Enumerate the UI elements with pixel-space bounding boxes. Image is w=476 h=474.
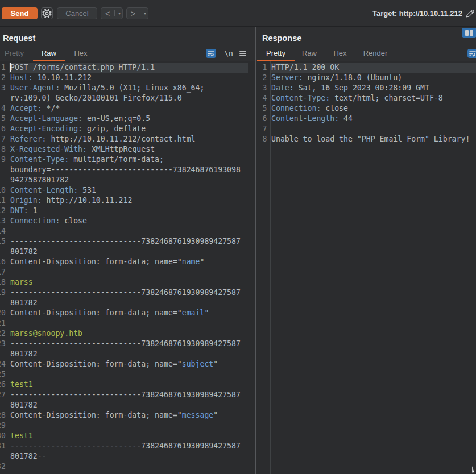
code-line[interactable]: 8X-Requested-With: XMLHttpRequest xyxy=(0,144,255,155)
line-number: 30 xyxy=(0,431,9,441)
line-content: marss@snoopy.htb xyxy=(9,329,82,339)
line-number xyxy=(0,165,9,175)
code-line[interactable]: 10Content-Length: 531 xyxy=(0,185,255,196)
line-number: 25 xyxy=(0,369,9,380)
code-line[interactable]: 27-----------------------------738246876… xyxy=(0,390,255,400)
line-content: Connection: close xyxy=(270,103,348,114)
code-line[interactable]: rv:109.0) Gecko/20100101 Firefox/115.0 xyxy=(0,93,255,103)
previous-request-button[interactable]: < ▾ xyxy=(101,7,123,19)
word-wrap-icon[interactable] xyxy=(206,49,216,58)
code-line[interactable]: 20Content-Disposition: form-data; name="… xyxy=(0,308,255,318)
code-line[interactable]: 29 xyxy=(0,421,255,431)
code-line[interactable]: 25 xyxy=(0,369,255,380)
code-line[interactable]: 14 xyxy=(0,226,255,236)
code-line[interactable]: 28Content-Disposition: form-data; name="… xyxy=(0,410,255,421)
code-line[interactable]: 26test1 xyxy=(0,380,255,390)
prev-dropdown-arrow-icon[interactable]: ▾ xyxy=(116,8,123,19)
line-number: 19 xyxy=(0,288,9,298)
layout-columns-icon[interactable] xyxy=(462,28,476,38)
line-number: 4 xyxy=(0,103,9,114)
code-line[interactable]: 2Host: 10.10.11.212 xyxy=(0,73,255,83)
line-number: 26 xyxy=(0,380,9,390)
tab-raw[interactable]: Raw xyxy=(33,47,65,61)
cancel-button[interactable]: Cancel xyxy=(57,7,97,19)
show-newlines-toggle[interactable]: \n xyxy=(223,49,234,58)
code-line[interactable]: 9Content-Type: multipart/form-data; xyxy=(0,155,255,165)
request-settings-button[interactable] xyxy=(41,7,53,19)
code-line[interactable]: 6Content-Length: 44 xyxy=(256,114,476,124)
code-line[interactable]: 801782 xyxy=(0,349,255,359)
code-line[interactable]: 7 xyxy=(256,124,476,134)
code-line[interactable]: 9427587801782 xyxy=(0,175,255,185)
code-line[interactable]: 8Unable to load the "PHP Email Form" Lib… xyxy=(256,134,476,144)
line-content: 801782 xyxy=(9,400,38,410)
toolbar: Send Cancel < ▾ > ▾ Target: http://10.10… xyxy=(0,0,476,27)
tab-hex[interactable]: Hex xyxy=(324,47,356,61)
code-line[interactable]: 3Date: Sat, 16 Sep 2023 00:28:09 GMT xyxy=(256,83,476,93)
code-line[interactable]: 7Referer: http://10.10.11.212/contact.ht… xyxy=(0,134,255,144)
line-number: 22 xyxy=(0,329,9,339)
line-content: -----------------------------73824687619… xyxy=(9,339,241,349)
code-line[interactable]: boundary=---------------------------7382… xyxy=(0,165,255,175)
send-button[interactable]: Send xyxy=(2,7,38,19)
code-line[interactable]: 4Accept: */* xyxy=(0,103,255,114)
code-line[interactable]: 1POST /forms/contact.php HTTP/1.1 xyxy=(0,63,255,73)
line-number: 32 xyxy=(0,461,9,472)
line-content: 801782-- xyxy=(9,451,47,461)
line-content xyxy=(270,124,272,134)
response-tabs: PrettyRawHexRender xyxy=(257,47,395,61)
code-line[interactable]: 801782 xyxy=(0,247,255,257)
code-line[interactable]: 12DNT: 1 xyxy=(0,206,255,216)
tab-hex[interactable]: Hex xyxy=(69,47,92,61)
code-line[interactable]: 32 xyxy=(0,461,255,472)
line-content: Unable to load the "PHP Email Form" Libr… xyxy=(270,134,470,144)
code-line[interactable]: 22marss@snoopy.htb xyxy=(0,329,255,339)
code-line[interactable]: 16Content-Disposition: form-data; name="… xyxy=(0,257,255,267)
code-line[interactable]: 19-----------------------------738246876… xyxy=(0,288,255,298)
code-line[interactable]: 18marss xyxy=(0,277,255,288)
response-panel-title: Response xyxy=(262,33,301,43)
edit-target-icon[interactable] xyxy=(466,9,474,18)
code-line[interactable]: 23-----------------------------738246876… xyxy=(0,339,255,349)
code-line[interactable]: 801782-- xyxy=(0,451,255,461)
code-line[interactable]: 3User-Agent: Mozilla/5.0 (X11; Linux x86… xyxy=(0,83,255,93)
line-number: 29 xyxy=(0,421,9,431)
line-content: HTTP/1.1 200 OK xyxy=(270,63,340,73)
word-wrap-icon[interactable] xyxy=(467,49,476,58)
code-line[interactable]: 30test1 xyxy=(0,431,255,441)
request-panel-title: Request xyxy=(3,33,35,43)
line-content: Server: nginx/1.18.0 (Ubuntu) xyxy=(270,73,403,83)
code-line[interactable]: 24Content-Disposition: form-data; name="… xyxy=(0,359,255,369)
line-content: Content-Length: 531 xyxy=(9,185,96,196)
code-line[interactable]: 13Connection: close xyxy=(0,216,255,226)
code-line[interactable]: 5Connection: close xyxy=(256,103,476,114)
code-line[interactable]: 801782 xyxy=(0,298,255,308)
code-line[interactable]: 31-----------------------------738246876… xyxy=(0,441,255,451)
response-editor[interactable]: 1HTTP/1.1 200 OK2Server: nginx/1.18.0 (U… xyxy=(256,61,476,474)
editor-menu-icon[interactable] xyxy=(239,51,246,56)
line-number: 23 xyxy=(0,339,9,349)
line-content: Accept-Language: en-US,en;q=0.5 xyxy=(9,114,150,124)
line-number: 17 xyxy=(0,267,9,277)
code-line[interactable]: 21 xyxy=(0,318,255,329)
line-number: 4 xyxy=(256,93,270,103)
line-content: POST /forms/contact.php HTTP/1.1 xyxy=(9,63,155,73)
line-content: Accept: */* xyxy=(9,103,60,114)
request-editor[interactable]: 1POST /forms/contact.php HTTP/1.12Host: … xyxy=(0,61,255,474)
tab-pretty[interactable]: Pretty xyxy=(0,47,28,61)
next-request-button[interactable]: > ▾ xyxy=(126,7,148,19)
code-line[interactable]: 4Content-Type: text/html; charset=UTF-8 xyxy=(256,93,476,103)
tab-pretty[interactable]: Pretty xyxy=(257,47,295,61)
code-line[interactable]: 2Server: nginx/1.18.0 (Ubuntu) xyxy=(256,73,476,83)
code-line[interactable]: 1HTTP/1.1 200 OK xyxy=(256,63,476,73)
code-line[interactable]: 6Accept-Encoding: gzip, deflate xyxy=(0,124,255,134)
code-line[interactable]: 801782 xyxy=(0,400,255,410)
line-number: 2 xyxy=(256,73,270,83)
code-line[interactable]: 17 xyxy=(0,267,255,277)
tab-render[interactable]: Render xyxy=(361,47,390,61)
code-line[interactable]: 5Accept-Language: en-US,en;q=0.5 xyxy=(0,114,255,124)
next-dropdown-arrow-icon[interactable]: ▾ xyxy=(142,8,148,19)
tab-raw[interactable]: Raw xyxy=(299,47,320,61)
code-line[interactable]: 15-----------------------------738246876… xyxy=(0,236,255,247)
code-line[interactable]: 11Origin: http://10.10.11.212 xyxy=(0,196,255,206)
